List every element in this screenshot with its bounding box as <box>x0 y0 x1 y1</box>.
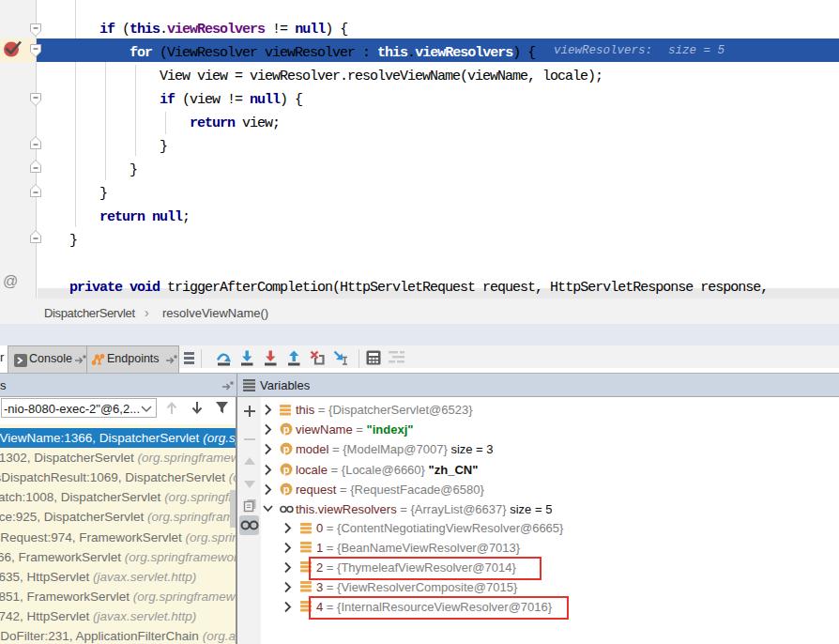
svg-text:p: p <box>283 464 290 475</box>
svg-text:p: p <box>283 483 290 495</box>
svg-text:p: p <box>283 423 290 435</box>
svg-text:p: p <box>283 443 290 454</box>
